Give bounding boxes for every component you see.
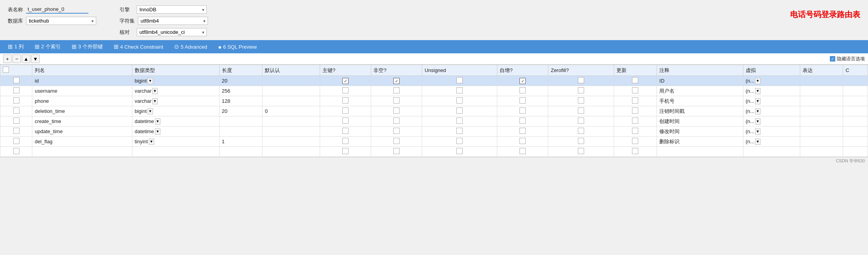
col-comment-cell[interactable]: 删除标识 (657, 137, 743, 147)
col-expression-cell[interactable] (800, 86, 843, 96)
table-name-input[interactable] (26, 5, 88, 14)
col-update-checkbox[interactable] (632, 148, 638, 154)
col-default-cell[interactable] (262, 137, 320, 147)
col-auto_inc-checkbox[interactable] (519, 97, 526, 104)
col-unsigned-checkbox[interactable] (456, 87, 463, 93)
col-auto_inc-checkbox[interactable] (519, 148, 526, 154)
col-virtual-dropdown-btn[interactable]: ▾ (755, 88, 761, 94)
col-default-cell[interactable] (262, 147, 320, 157)
col-name-cell[interactable]: username (32, 86, 132, 96)
row-select-checkbox[interactable] (13, 128, 19, 134)
tab-columns[interactable]: ⊞ 1 列 (2, 40, 29, 53)
col-length-cell[interactable]: 256 (219, 86, 262, 96)
col-zerofill-checkbox[interactable] (578, 128, 584, 134)
tab-foreign-keys[interactable]: ⊞ 3 个外部键 (66, 40, 108, 53)
col-default-cell[interactable] (262, 76, 320, 86)
header-checkbox[interactable] (3, 67, 9, 73)
row-select-checkbox[interactable] (13, 77, 19, 83)
database-select[interactable]: tickethub (26, 17, 96, 25)
row-select-checkbox[interactable] (13, 97, 19, 104)
col-primary-checkbox[interactable] (342, 87, 349, 93)
col-not_null-checkbox[interactable] (393, 118, 400, 124)
row-select-checkbox[interactable] (13, 87, 19, 93)
col-type-dropdown-btn[interactable]: ▾ (149, 139, 154, 145)
hidden-lang-option[interactable]: ✓ 隐藏语言选项 (830, 56, 865, 62)
col-name-cell[interactable]: update_time (32, 127, 132, 137)
col-update-checkbox[interactable] (632, 118, 638, 124)
col-primary-checkbox[interactable] (342, 128, 349, 134)
col-expression-cell[interactable] (800, 127, 843, 137)
col-unsigned-checkbox[interactable] (456, 148, 463, 154)
col-expression-cell[interactable] (800, 116, 843, 127)
col-unsigned-checkbox[interactable] (456, 138, 463, 144)
move-down-button[interactable]: ▼ (31, 55, 40, 63)
col-not_null-checkbox[interactable] (393, 107, 400, 114)
col-comment-cell[interactable]: 用户名 (657, 86, 743, 96)
col-length-cell[interactable]: 1 (219, 137, 262, 147)
col-zerofill-checkbox[interactable] (578, 77, 584, 83)
col-expression-cell[interactable] (800, 96, 843, 106)
col-type-dropdown-btn[interactable]: ▾ (152, 88, 158, 94)
col-virtual-dropdown-btn[interactable]: ▾ (755, 118, 761, 125)
col-default-cell[interactable] (262, 86, 320, 96)
move-up-button[interactable]: ▲ (22, 55, 30, 63)
col-length-cell[interactable]: 128 (219, 96, 262, 106)
col-auto_inc-checkbox[interactable] (519, 138, 526, 144)
col-zerofill-checkbox[interactable] (578, 107, 584, 114)
engine-select[interactable]: InnoDB (137, 5, 207, 14)
col-update-checkbox[interactable] (632, 77, 638, 83)
col-expression-cell[interactable] (800, 147, 843, 157)
col-primary-checkbox[interactable] (342, 97, 349, 104)
col-name-cell[interactable] (32, 147, 132, 157)
charset-select[interactable]: utf8mb4 (138, 17, 208, 25)
tab-indexes[interactable]: ⊞ 2 个索引 (29, 40, 66, 53)
col-type-dropdown-btn[interactable]: ▾ (148, 108, 153, 114)
col-length-cell[interactable]: 20 (219, 76, 262, 86)
col-name-cell[interactable]: del_flag (32, 137, 132, 147)
hidden-lang-checkbox[interactable]: ✓ (830, 56, 835, 62)
col-update-checkbox[interactable] (632, 128, 638, 134)
col-type-dropdown-btn[interactable]: ▾ (148, 78, 153, 84)
col-unsigned-checkbox[interactable] (456, 128, 463, 134)
col-default-cell[interactable] (262, 96, 320, 106)
col-length-cell[interactable] (219, 127, 262, 137)
add-row-button[interactable]: + (3, 55, 12, 63)
col-not_null-checkbox[interactable] (393, 87, 400, 93)
col-not_null-checkbox[interactable] (393, 138, 400, 144)
col-primary-checkbox[interactable] (342, 148, 349, 154)
col-auto_inc-checkbox[interactable] (519, 78, 526, 84)
col-type-dropdown-btn[interactable]: ▾ (152, 98, 158, 104)
col-auto_inc-checkbox[interactable] (519, 107, 526, 114)
col-comment-cell[interactable] (657, 147, 743, 157)
col-zerofill-checkbox[interactable] (578, 138, 584, 144)
col-name-cell[interactable]: id (32, 76, 132, 86)
row-select-checkbox[interactable] (13, 138, 19, 144)
col-unsigned-checkbox[interactable] (456, 107, 463, 114)
col-virtual-dropdown-btn[interactable]: ▾ (755, 139, 761, 145)
col-auto_inc-checkbox[interactable] (519, 87, 526, 93)
col-length-cell[interactable] (219, 147, 262, 157)
col-expression-cell[interactable] (800, 76, 843, 86)
col-virtual-dropdown-btn[interactable]: ▾ (755, 78, 761, 84)
col-update-checkbox[interactable] (632, 107, 638, 114)
col-name-cell[interactable]: phone (32, 96, 132, 106)
row-select-checkbox[interactable] (13, 107, 19, 114)
col-not_null-checkbox[interactable] (393, 97, 400, 104)
col-length-cell[interactable]: 20 (219, 106, 262, 116)
col-type-dropdown-btn[interactable]: ▾ (155, 128, 160, 135)
col-name-cell[interactable]: deletion_time (32, 106, 132, 116)
col-zerofill-checkbox[interactable] (578, 87, 584, 93)
col-primary-checkbox[interactable] (342, 78, 349, 84)
col-auto_inc-checkbox[interactable] (519, 118, 526, 124)
col-virtual-dropdown-btn[interactable]: ▾ (755, 128, 761, 135)
collation-select[interactable]: utf8mb4_unicode_ci (137, 28, 207, 36)
col-default-cell[interactable]: 0 (262, 106, 320, 116)
col-primary-checkbox[interactable] (342, 107, 349, 114)
col-update-checkbox[interactable] (632, 87, 638, 93)
col-zerofill-checkbox[interactable] (578, 148, 584, 154)
col-type-dropdown-btn[interactable]: ▾ (155, 118, 160, 125)
col-unsigned-checkbox[interactable] (456, 97, 463, 104)
row-select-checkbox[interactable] (13, 118, 19, 124)
col-comment-cell[interactable]: 注销时间戳 (657, 106, 743, 116)
col-comment-cell[interactable]: 创建时间 (657, 116, 743, 127)
